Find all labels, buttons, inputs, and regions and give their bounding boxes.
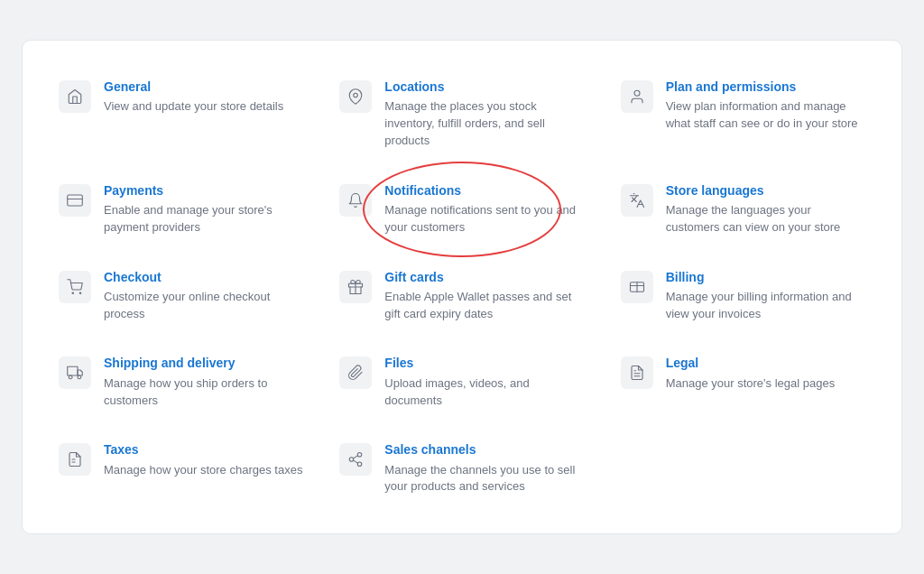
svg-point-0 — [354, 93, 358, 97]
svg-point-14 — [78, 375, 81, 379]
settings-item-sales-channels[interactable]: Sales channels Manage the channels you u… — [321, 425, 602, 512]
item-text-taxes: Taxes Manage how your store charges taxe… — [104, 441, 302, 478]
settings-item-general[interactable]: General View and update your store detai… — [41, 62, 321, 166]
settings-item-files[interactable]: Files Upload images, videos, and documen… — [321, 338, 602, 425]
item-text-store-languages: Store languages Manage the languages you… — [666, 182, 865, 236]
gift-icon — [339, 271, 372, 303]
item-title-general: General — [104, 79, 283, 95]
item-desc-legal: Manage your store's legal pages — [666, 375, 835, 393]
item-title-store-languages: Store languages — [666, 182, 865, 199]
paperclip-icon — [339, 356, 372, 389]
cart-icon — [59, 271, 91, 303]
svg-point-19 — [358, 453, 363, 458]
settings-grid: General View and update your store detai… — [41, 62, 883, 512]
item-title-shipping: Shipping and delivery — [104, 355, 303, 371]
svg-point-21 — [358, 462, 363, 467]
item-text-billing: Billing Manage your billing information … — [666, 269, 865, 323]
translate-icon — [621, 184, 653, 217]
settings-item-plan-permissions[interactable]: Plan and permissions View plan informati… — [603, 62, 883, 166]
svg-point-13 — [69, 375, 72, 379]
settings-item-taxes[interactable]: Taxes Manage how your store charges taxe… — [41, 425, 321, 512]
settings-item-shipping[interactable]: Shipping and delivery Manage how you shi… — [41, 338, 321, 425]
svg-point-1 — [634, 90, 640, 96]
settings-item-notifications[interactable]: Notifications Manage notifications sent … — [321, 166, 602, 253]
item-title-checkout: Checkout — [104, 269, 303, 285]
item-text-sales-channels: Sales channels Manage the channels you u… — [384, 441, 584, 495]
item-title-files: Files — [384, 355, 584, 371]
settings-item-payments[interactable]: Payments Enable and manage your store's … — [41, 166, 321, 253]
settings-item-checkout[interactable]: Checkout Customize your online checkout … — [41, 253, 321, 339]
svg-rect-11 — [68, 367, 78, 376]
item-title-gift-cards: Gift cards — [384, 269, 584, 285]
settings-item-store-languages[interactable]: Store languages Manage the languages you… — [603, 166, 883, 253]
svg-point-5 — [79, 292, 81, 294]
item-text-checkout: Checkout Customize your online checkout … — [104, 269, 303, 323]
document-icon — [621, 356, 653, 389]
settings-item-legal[interactable]: Legal Manage your store's legal pages — [603, 338, 883, 425]
item-text-notifications: Notifications Manage notifications sent … — [384, 182, 584, 236]
share-icon — [339, 443, 372, 476]
item-title-billing: Billing — [666, 269, 865, 285]
store-icon — [59, 80, 91, 113]
item-desc-locations: Manage the places you stock inventory, f… — [384, 98, 584, 150]
item-desc-billing: Manage your billing information and view… — [666, 289, 865, 323]
bell-icon — [339, 184, 372, 217]
item-title-taxes: Taxes — [104, 441, 302, 458]
item-text-gift-cards: Gift cards Enable Apple Wallet passes an… — [384, 269, 584, 323]
item-desc-sales-channels: Manage the channels you use to sell your… — [384, 462, 584, 496]
item-desc-files: Upload images, videos, and documents — [384, 375, 584, 410]
receipt-icon — [59, 443, 91, 476]
item-text-general: General View and update your store detai… — [104, 79, 283, 116]
item-desc-general: View and update your store details — [104, 98, 283, 116]
item-title-plan-permissions: Plan and permissions — [666, 79, 865, 95]
svg-line-23 — [354, 456, 358, 458]
truck-icon — [59, 356, 91, 389]
item-desc-plan-permissions: View plan information and manage what st… — [666, 98, 865, 133]
item-desc-checkout: Customize your online checkout process — [104, 289, 303, 323]
settings-item-billing[interactable]: Billing Manage your billing information … — [603, 253, 883, 339]
item-text-files: Files Upload images, videos, and documen… — [384, 355, 584, 409]
item-title-payments: Payments — [104, 182, 303, 199]
svg-rect-2 — [68, 195, 83, 206]
item-title-notifications: Notifications — [384, 182, 584, 199]
svg-point-20 — [350, 458, 355, 462]
item-desc-shipping: Manage how you ship orders to customers — [104, 375, 303, 410]
item-text-locations: Locations Manage the places you stock in… — [384, 79, 584, 150]
svg-point-4 — [72, 292, 74, 294]
credit-card-icon — [59, 184, 91, 217]
item-title-locations: Locations — [384, 79, 584, 95]
item-desc-store-languages: Manage the languages your customers can … — [666, 202, 865, 236]
item-desc-notifications: Manage notifications sent to you and you… — [384, 202, 584, 236]
item-text-legal: Legal Manage your store's legal pages — [666, 355, 835, 392]
pin-icon — [339, 80, 372, 113]
item-text-plan-permissions: Plan and permissions View plan informati… — [666, 79, 865, 133]
item-desc-payments: Enable and manage your store's payment p… — [104, 202, 303, 236]
svg-marker-12 — [78, 370, 82, 375]
item-title-legal: Legal — [666, 355, 835, 371]
settings-item-locations[interactable]: Locations Manage the places you stock in… — [321, 62, 602, 166]
item-desc-taxes: Manage how your store charges taxes — [104, 462, 302, 479]
item-title-sales-channels: Sales channels — [384, 441, 584, 458]
svg-line-22 — [354, 460, 358, 463]
settings-item-gift-cards[interactable]: Gift cards Enable Apple Wallet passes an… — [321, 253, 602, 339]
settings-card: General View and update your store detai… — [22, 40, 902, 534]
item-text-shipping: Shipping and delivery Manage how you shi… — [104, 355, 303, 409]
user-circle-icon — [621, 80, 653, 113]
item-text-payments: Payments Enable and manage your store's … — [104, 182, 303, 236]
dollar-icon — [621, 271, 653, 303]
item-desc-gift-cards: Enable Apple Wallet passes and set gift … — [384, 289, 584, 323]
